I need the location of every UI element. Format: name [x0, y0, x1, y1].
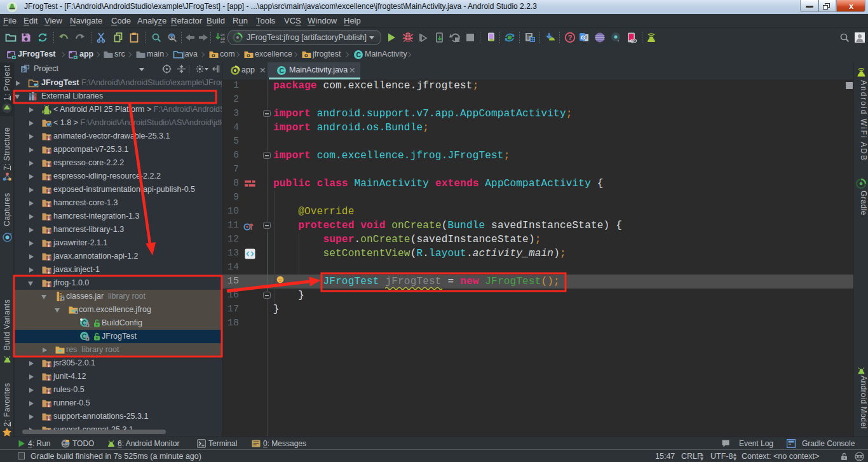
svg-text:P: P — [22, 67, 26, 73]
svg-text:A: A — [170, 36, 174, 41]
svg-text:01: 01 — [220, 40, 226, 43]
svg-text:?: ? — [568, 34, 573, 41]
svg-text:C: C — [280, 67, 285, 74]
svg-text:C: C — [356, 51, 362, 58]
svg-text:G: G — [581, 34, 585, 41]
